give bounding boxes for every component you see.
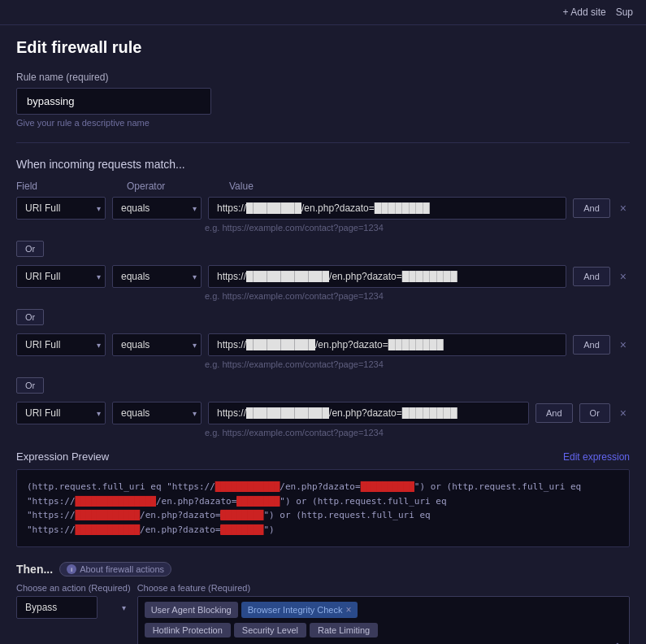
and-button-1[interactable]: And	[573, 198, 610, 218]
rule-name-hint: Give your rule a descriptive name	[16, 118, 630, 128]
example-hint-4: e.g. https://example.com/contact?page=12…	[205, 428, 630, 437]
or-btn-row-2: Or	[16, 309, 630, 325]
example-hint-2: e.g. https://example.com/contact?page=12…	[205, 291, 630, 301]
expression-line-3: "https://████████████/en.php?dazato=████…	[27, 508, 619, 523]
info-icon: i	[67, 564, 76, 574]
feature-tag-security-level[interactable]: Security Level	[234, 623, 306, 637]
action-select-row: Choose an action (Required) Bypass Choos…	[16, 583, 630, 644]
condition-row-2: URI Full equals And × e.g. https://examp…	[16, 265, 630, 301]
field-select-3[interactable]: URI Full	[16, 333, 106, 356]
then-label: Then...	[16, 563, 53, 576]
condition-row-4: URI Full equals And Or × e.g. https://ex…	[16, 402, 630, 437]
delete-condition-3[interactable]: ×	[617, 338, 630, 351]
top-bar: + Add site Sup	[0, 0, 646, 25]
then-section: Then... i About firewall actions Choose …	[16, 562, 630, 644]
feature-col: Choose a feature (Required) User Agent B…	[137, 583, 630, 644]
expression-line-4: "https://████████████/en.php?dazato=████…	[27, 523, 619, 537]
and-button-2[interactable]: And	[573, 267, 610, 286]
action-select[interactable]: Bypass	[16, 596, 98, 619]
action-required-label: Choose an action (Required)	[16, 583, 131, 593]
operator-select-4[interactable]: equals	[112, 402, 202, 424]
field-select-wrapper-2: URI Full	[16, 265, 106, 288]
operator-select-wrapper-1: equals	[112, 197, 202, 220]
value-input-2[interactable]	[208, 265, 566, 288]
then-header: Then... i About firewall actions	[16, 562, 630, 577]
expression-box: (http.request.full_uri eq "https://█████…	[16, 469, 630, 547]
field-select-wrapper-3: URI Full	[16, 333, 106, 356]
about-badge[interactable]: i About firewall actions	[59, 562, 171, 577]
action-select-wrapper: Bypass	[16, 596, 131, 619]
and-button-3[interactable]: And	[573, 335, 610, 355]
conditions-header: Field Operator Value	[16, 181, 630, 192]
expression-preview: Expression Preview Edit expression (http…	[16, 450, 630, 547]
expression-line-2: "https://███████████████/en.php?dazato=█…	[27, 494, 619, 509]
delete-condition-4[interactable]: ×	[617, 407, 630, 420]
example-hint-1: e.g. https://example.com/contact?page=12…	[205, 223, 630, 233]
or-btn-row-3: Or	[16, 377, 630, 394]
add-site-link[interactable]: + Add site	[563, 7, 606, 18]
operator-select-2[interactable]: equals	[112, 265, 202, 288]
value-input-1[interactable]	[208, 197, 566, 220]
features-tags-row: User Agent Blocking Browser Integrity Ch…	[145, 602, 622, 618]
field-select-wrapper-4: URI Full	[16, 402, 106, 424]
operator-col-label: Operator	[127, 181, 216, 192]
operator-select-wrapper-2: equals	[112, 265, 202, 288]
expression-line-1: (http.request.full_uri eq "https://█████…	[27, 480, 619, 494]
delete-condition-1[interactable]: ×	[617, 202, 630, 215]
top-bar-actions: + Add site Sup	[563, 7, 633, 18]
condition-inputs-2: URI Full equals And ×	[16, 265, 630, 288]
field-select-2[interactable]: URI Full	[16, 265, 106, 288]
main-content: Edit firewall rule Rule name (required) …	[0, 25, 646, 644]
field-col-label: Field	[16, 181, 114, 192]
feature-tag-user-agent-blocking[interactable]: User Agent Blocking	[145, 602, 238, 618]
divider-1	[16, 142, 630, 143]
or-button-3[interactable]: Or	[16, 377, 44, 394]
edit-expression-link[interactable]: Edit expression	[563, 451, 630, 463]
value-input-3[interactable]	[208, 333, 566, 356]
features-collapse: ⌃	[145, 641, 622, 644]
value-col-label: Value	[229, 181, 630, 192]
or-button-4[interactable]: Or	[579, 403, 610, 423]
rule-name-input[interactable]	[16, 88, 211, 115]
operator-select-3[interactable]: equals	[112, 333, 202, 356]
feature-tag-label-browser-integrity: Browser Integrity Check	[248, 605, 343, 615]
about-label: About firewall actions	[80, 564, 164, 574]
when-label: When incoming requests match...	[16, 158, 630, 171]
or-button-1[interactable]: Or	[16, 241, 44, 257]
or-btn-row-1: Or	[16, 241, 630, 257]
feature-required-label: Choose a feature (Required)	[137, 583, 630, 593]
field-select-4[interactable]: URI Full	[16, 402, 106, 424]
value-input-4[interactable]	[208, 402, 529, 424]
rule-name-label: Rule name (required)	[16, 72, 630, 83]
condition-row-3: URI Full equals And × e.g. https://examp…	[16, 333, 630, 369]
condition-row: URI Full equals And × e.g. https://examp…	[16, 197, 630, 233]
or-button-2[interactable]: Or	[16, 309, 44, 325]
action-col: Choose an action (Required) Bypass	[16, 583, 131, 619]
operator-select-wrapper-4: equals	[112, 402, 202, 424]
page-title: Edit firewall rule	[16, 38, 630, 57]
operator-select-1[interactable]: equals	[112, 197, 202, 220]
condition-inputs: URI Full equals And ×	[16, 197, 630, 220]
feature-tag-rate-limiting[interactable]: Rate Limiting	[310, 623, 378, 637]
operator-select-wrapper-3: equals	[112, 333, 202, 356]
expression-preview-label: Expression Preview	[16, 450, 109, 463]
features-row2: Hotlink Protection Security Level Rate L…	[145, 623, 622, 637]
example-hint-3: e.g. https://example.com/contact?page=12…	[205, 359, 630, 369]
field-select-wrapper-1: URI Full	[16, 197, 106, 220]
collapse-icon[interactable]: ⌃	[613, 641, 622, 644]
condition-inputs-3: URI Full equals And ×	[16, 333, 630, 356]
feature-tag-label-user-agent: User Agent Blocking	[151, 605, 232, 615]
feature-tag-browser-integrity[interactable]: Browser Integrity Check ×	[241, 602, 358, 618]
feature-tag-hotlink[interactable]: Hotlink Protection	[145, 623, 231, 637]
condition-inputs-4: URI Full equals And Or ×	[16, 402, 630, 424]
feature-tag-close-browser-integrity[interactable]: ×	[345, 604, 351, 616]
field-select-1[interactable]: URI Full	[16, 197, 106, 220]
features-area: User Agent Blocking Browser Integrity Ch…	[137, 596, 630, 644]
delete-condition-2[interactable]: ×	[617, 270, 630, 283]
support-link[interactable]: Sup	[616, 7, 633, 18]
and-button-4[interactable]: And	[535, 403, 573, 423]
expression-header: Expression Preview Edit expression	[16, 450, 630, 463]
